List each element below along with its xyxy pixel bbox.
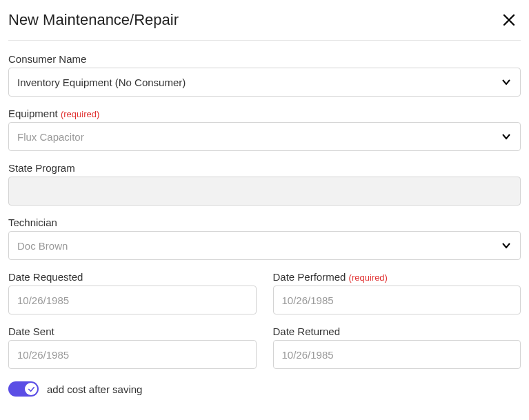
state-program-field: State Program [8,162,521,206]
date-performed-input[interactable]: 10/26/1985 [273,286,521,314]
date-returned-field: Date Returned 10/26/1985 [273,326,521,369]
form: Consumer Name Inventory Equipment (No Co… [8,53,521,420]
date-sent-value: 10/26/1985 [17,349,69,361]
date-performed-label: Date Performed (required) [273,271,521,283]
equipment-label-text: Equipment [8,108,58,119]
date-sent-field: Date Sent 10/26/1985 [8,326,257,369]
technician-select[interactable]: Doc Brown [8,231,521,260]
dialog-title: New Maintenance/Repair [8,11,179,29]
chevron-down-icon [501,77,512,88]
technician-label: Technician [8,217,521,228]
date-returned-input[interactable]: 10/26/1985 [273,340,521,369]
maintenance-repair-dialog: New Maintenance/Repair Consumer Name Inv… [0,0,529,420]
equipment-value: Flux Capacitor [17,131,84,143]
state-program-input[interactable] [8,177,521,206]
add-cost-toggle[interactable] [8,381,39,397]
date-returned-value: 10/26/1985 [282,349,334,361]
date-row-2: Date Sent 10/26/1985 Date Returned 10/26… [8,326,521,369]
equipment-label: Equipment (required) [8,108,521,119]
close-button[interactable] [500,11,518,29]
dialog-header: New Maintenance/Repair [8,7,521,40]
date-performed-field: Date Performed (required) 10/26/1985 [273,271,521,314]
consumer-name-value: Inventory Equipment (No Consumer) [17,77,186,88]
date-requested-label: Date Requested [8,271,257,283]
add-cost-toggle-label: add cost after saving [47,383,142,395]
close-icon [503,14,515,26]
add-cost-toggle-row: add cost after saving [8,380,521,397]
dialog-actions: Save Cancel [8,408,521,420]
date-performed-label-text: Date Performed [273,271,346,283]
date-sent-label: Date Sent [8,326,257,337]
date-returned-label: Date Returned [273,326,521,337]
technician-value: Doc Brown [17,240,68,252]
date-requested-field: Date Requested 10/26/1985 [8,271,257,314]
date-row-1: Date Requested 10/26/1985 Date Performed… [8,271,521,314]
date-sent-input[interactable]: 10/26/1985 [8,340,257,369]
date-performed-value: 10/26/1985 [282,294,334,306]
date-requested-value: 10/26/1985 [17,294,69,306]
toggle-knob [25,383,37,395]
consumer-name-label: Consumer Name [8,53,521,65]
equipment-field: Equipment (required) Flux Capacitor [8,108,521,151]
chevron-down-icon [501,131,512,142]
state-program-label: State Program [8,162,521,174]
technician-field: Technician Doc Brown [8,217,521,260]
date-performed-required-tag: (required) [349,272,388,283]
equipment-select[interactable]: Flux Capacitor [8,122,521,151]
chevron-down-icon [501,240,512,251]
equipment-required-tag: (required) [61,109,99,119]
consumer-name-select[interactable]: Inventory Equipment (No Consumer) [8,68,521,97]
consumer-name-field: Consumer Name Inventory Equipment (No Co… [8,53,521,97]
check-icon [28,386,35,393]
header-divider [8,40,521,41]
date-requested-input[interactable]: 10/26/1985 [8,286,257,314]
